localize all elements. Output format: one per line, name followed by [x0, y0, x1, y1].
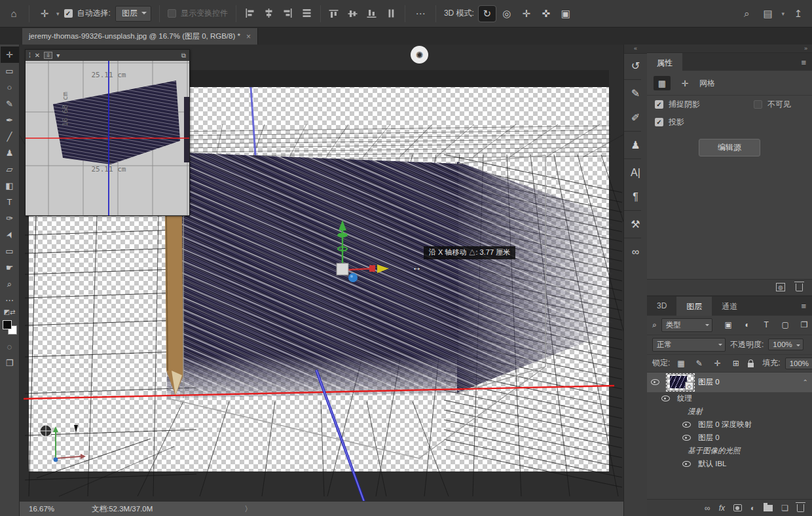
- visibility-eye-icon[interactable]: [678, 461, 694, 467]
- visibility-eye-icon[interactable]: [678, 422, 694, 428]
- expand-panels-icon[interactable]: »: [647, 45, 812, 53]
- character-icon[interactable]: A|: [624, 160, 648, 185]
- fx-icon[interactable]: fx: [719, 504, 725, 513]
- paragraph-icon[interactable]: ¶: [624, 185, 648, 209]
- expand-view-icon[interactable]: ⧉: [181, 52, 186, 60]
- adjustment-icon[interactable]: ◐: [750, 504, 755, 513]
- layer-sub-row[interactable]: 图层 0: [647, 432, 812, 445]
- new-layer-icon[interactable]: ❏: [781, 504, 788, 513]
- brush-tool[interactable]: ╱: [1, 128, 19, 145]
- layer-sub-row[interactable]: 默认 IBL: [647, 458, 812, 471]
- brush-settings-icon[interactable]: ✎: [624, 81, 648, 105]
- move-tool[interactable]: ✛: [1, 46, 19, 63]
- panel-menu-icon[interactable]: ≡: [795, 53, 812, 71]
- swap-colors-icon[interactable]: ◩⇄: [4, 308, 16, 319]
- align-justify-icon[interactable]: [301, 9, 312, 18]
- lock-artboard-icon[interactable]: ⊞: [729, 359, 742, 368]
- layer-sub-row[interactable]: 图层 0 深度映射: [647, 418, 812, 432]
- ellipsis-tool[interactable]: ⋯: [1, 292, 19, 308]
- close-tab-icon[interactable]: ×: [246, 32, 251, 41]
- orbit-3d-icon[interactable]: ↻: [479, 6, 496, 22]
- quick-selection-tool[interactable]: ✎: [1, 96, 19, 112]
- zoom-level[interactable]: 16.67%: [20, 505, 85, 513]
- layer-sub-row[interactable]: 纹理: [647, 392, 812, 405]
- close-icon[interactable]: ✕: [35, 52, 40, 59]
- align-left-icon[interactable]: [244, 9, 255, 18]
- image-filter-icon[interactable]: ▣: [722, 320, 735, 329]
- mesh-properties-icon[interactable]: ▦: [654, 76, 671, 90]
- infinite-light-icon[interactable]: ✺: [411, 46, 428, 64]
- chevron-down-icon[interactable]: ▾: [781, 10, 784, 17]
- group-icon[interactable]: [764, 505, 773, 511]
- lock-move-icon[interactable]: ✛: [711, 359, 724, 368]
- share-icon[interactable]: ↥: [791, 8, 805, 20]
- document-tab[interactable]: jeremy-thomas-99326-unsplash.jpg @ 16.7%…: [22, 28, 258, 45]
- type-tool[interactable]: T: [1, 194, 19, 210]
- blend-mode-dropdown[interactable]: 正常: [652, 338, 726, 352]
- swap-view-icon[interactable]: ⇩: [44, 52, 52, 59]
- tab-layers[interactable]: 图层: [676, 297, 712, 316]
- lock-all-icon[interactable]: [748, 363, 754, 367]
- visibility-eye-icon[interactable]: [657, 396, 673, 401]
- move-tool-icon[interactable]: ✛: [37, 8, 52, 20]
- auto-select-dropdown[interactable]: 图层: [115, 6, 151, 22]
- tab-properties[interactable]: 属性: [647, 53, 682, 71]
- fill-dropdown[interactable]: 100%: [785, 358, 812, 369]
- foreground-color-swatch[interactable]: [3, 320, 12, 329]
- tool-presets-icon[interactable]: ⚒: [624, 212, 648, 236]
- mask-icon[interactable]: [733, 504, 742, 511]
- lasso-tool[interactable]: ○: [1, 79, 19, 96]
- rectangle-tool[interactable]: ▭: [1, 243, 19, 259]
- home-icon[interactable]: ⌂: [7, 8, 21, 19]
- hand-tool[interactable]: ☛: [1, 259, 19, 276]
- show-transform-checkbox[interactable]: [168, 9, 176, 18]
- layer-row[interactable]: ◇图层 0⌃: [647, 373, 812, 392]
- status-chevron-icon[interactable]: 〉: [244, 504, 252, 514]
- layer-sub-row[interactable]: 漫射: [647, 405, 812, 418]
- edit-source-button[interactable]: 编辑源: [699, 139, 760, 157]
- clone-source-icon[interactable]: ♟: [624, 133, 648, 157]
- pan-3d-icon[interactable]: ✛: [518, 6, 535, 22]
- shape-filter-icon[interactable]: ▢: [779, 320, 792, 329]
- visibility-eye-icon[interactable]: [678, 435, 694, 441]
- zoom-tool[interactable]: ⌕: [1, 276, 19, 292]
- panel-menu-icon[interactable]: ⁞: [29, 52, 31, 59]
- chevron-down-icon[interactable]: ▾: [56, 52, 60, 59]
- render-icon[interactable]: ◍: [776, 283, 785, 291]
- opacity-dropdown[interactable]: 100%: [768, 339, 803, 350]
- tab-3d[interactable]: 3D: [647, 297, 676, 316]
- lock-paint-icon[interactable]: ✎: [693, 359, 705, 368]
- smart-object-filter-icon[interactable]: ❐: [798, 320, 811, 329]
- foreground-background-swatch[interactable]: [3, 320, 17, 335]
- align-hcenter-icon[interactable]: [263, 9, 274, 18]
- align-bottom-icon[interactable]: [367, 9, 378, 18]
- screen-mode-icon[interactable]: ❐: [1, 355, 19, 371]
- brushes-icon[interactable]: ✐: [624, 105, 648, 130]
- marquee-tool[interactable]: ▭: [1, 63, 19, 79]
- clone-stamp-tool[interactable]: ♟: [1, 145, 19, 161]
- align-top-icon[interactable]: [329, 9, 340, 18]
- more-options-icon[interactable]: ⋯: [413, 8, 428, 20]
- type-filter-icon[interactable]: T: [760, 320, 773, 329]
- search-icon[interactable]: ⌕: [739, 8, 754, 20]
- canvas-viewport[interactable]: ✺ ⁞ ✕ ⇩ ▾ ⧉: [20, 45, 623, 501]
- align-vcenter-icon[interactable]: [348, 9, 359, 18]
- delete-layer-icon[interactable]: [797, 504, 804, 512]
- scale-3d-icon[interactable]: ▣: [557, 6, 574, 22]
- history-icon[interactable]: ↺: [624, 54, 648, 78]
- visibility-eye-icon[interactable]: [647, 379, 663, 385]
- layer-sub-row[interactable]: 基于图像的光照: [647, 445, 812, 458]
- tab-channels[interactable]: 通道: [712, 297, 747, 316]
- gradient-tool[interactable]: ◧: [1, 177, 19, 194]
- catch-shadows-checkbox[interactable]: ✓: [655, 100, 663, 109]
- eraser-tool[interactable]: ▱: [1, 161, 19, 177]
- panel-menu-icon[interactable]: ≡: [795, 297, 812, 316]
- lock-transparent-icon[interactable]: ▦: [674, 359, 687, 368]
- roll-3d-icon[interactable]: ◎: [498, 6, 515, 22]
- collapse-chevron-icon[interactable]: ⌃: [803, 378, 808, 386]
- delete-icon[interactable]: [796, 284, 803, 291]
- workspace-icon[interactable]: ▤: [760, 8, 775, 20]
- quick-mask-icon[interactable]: ◌: [1, 339, 19, 355]
- adjustment-filter-icon[interactable]: ◐: [741, 320, 754, 329]
- libraries-icon[interactable]: ∞: [624, 240, 648, 264]
